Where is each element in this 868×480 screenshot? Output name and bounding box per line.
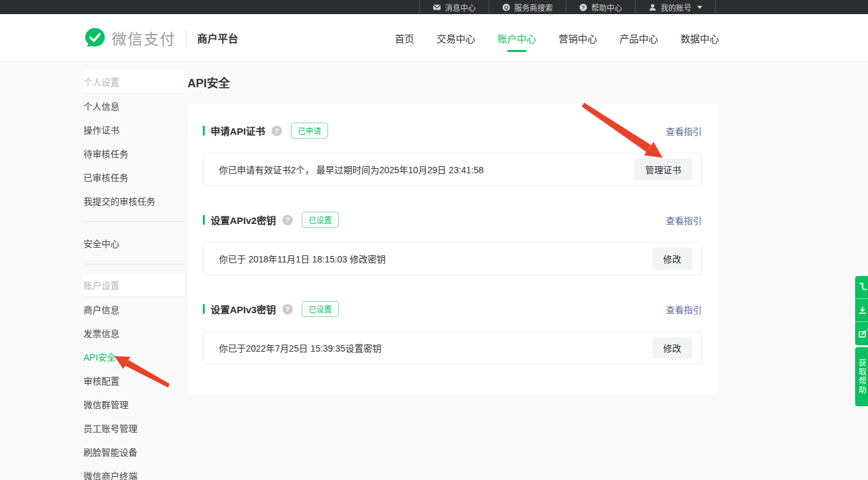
status-badge: 已设置 [302, 212, 339, 228]
nav-item-transaction-center[interactable]: 交易中心 [437, 14, 475, 62]
main-content: API安全 申请API证书 ? 已申请 查看指引 你已申请有效证书2个， 最早过… [187, 62, 717, 395]
question-icon[interactable]: ? [282, 215, 293, 225]
topbar-item-messages[interactable]: 消息中心 [419, 0, 489, 14]
topbar-menu: 消息中心 Q 服务商搜索 ? 帮助中心 我的账号 [419, 0, 716, 14]
status-badge: 已设置 [302, 301, 339, 317]
logo-wordmark: 微信支付 [112, 27, 176, 49]
sidebar-item-my-submitted-tasks[interactable]: 我提交的审核任务 [83, 189, 184, 212]
main-nav: 首页 交易中心 账户中心 营销中心 产品中心 数据中心 [395, 14, 719, 62]
nav-item-marketing-center[interactable]: 营销中心 [559, 14, 597, 62]
sidebar-item-wechat-group-management[interactable]: 微信群管理 [83, 392, 184, 416]
view-guide-link[interactable]: 查看指引 [666, 124, 702, 137]
chevron-down-icon [697, 6, 702, 9]
feedback-button[interactable] [855, 322, 868, 345]
feedback-icon [858, 329, 867, 339]
logo-divider [186, 30, 187, 46]
sidebar-item-merchant-info[interactable]: 商户信息 [83, 297, 184, 321]
sidebar-item-personal-info[interactable]: 个人信息 [83, 94, 184, 117]
nav-item-account-center[interactable]: 账户中心 [498, 14, 536, 62]
phone-icon [858, 282, 867, 292]
view-guide-link[interactable]: 查看指引 [666, 303, 702, 316]
topbar-item-provider-search[interactable]: Q 服务商搜索 [489, 0, 566, 14]
nav-item-home[interactable]: 首页 [395, 14, 414, 62]
get-help-button[interactable]: 获取帮助 [855, 347, 868, 406]
sidebar-item-api-security[interactable]: API安全 [83, 345, 184, 368]
sidebar-divider [83, 264, 184, 264]
logo[interactable]: 微信支付 商户平台 [83, 26, 238, 49]
user-icon [648, 3, 657, 12]
svg-text:?: ? [582, 4, 585, 10]
question-icon[interactable]: ? [272, 126, 282, 136]
sidebar: 个人设置 个人信息 操作证书 待审核任务 已审核任务 我提交的审核任务 安全中心… [83, 70, 184, 480]
topbar-item-my-account[interactable]: 我的账号 [636, 0, 716, 14]
download-icon [858, 305, 867, 315]
topbar: 消息中心 Q 服务商搜索 ? 帮助中心 我的账号 [0, 0, 868, 14]
sidebar-item-invoice-info[interactable]: 发票信息 [83, 321, 184, 345]
section-title: 设置APIv3密钥 [211, 302, 276, 316]
svg-text:Q: Q [504, 4, 508, 10]
sidebar-item-staff-account-management[interactable]: 员工账号管理 [83, 416, 184, 440]
section-accent-bar [203, 215, 205, 225]
sidebar-divider [83, 221, 184, 222]
section-apiv2-key: 设置APIv2密钥 ? 已设置 查看指引 你已于 2018年11月1日 18:1… [203, 212, 702, 275]
question-icon[interactable]: ? [282, 304, 293, 314]
sidebar-item-wechat-merchant-terminal[interactable]: 微信商户终端 [83, 463, 184, 480]
manage-certificate-button[interactable]: 管理证书 [634, 159, 692, 180]
apiv3-key-info-box: 你已于2022年7月25日 15:39:35设置密钥 修改 [203, 331, 702, 364]
section-apiv3-key: 设置APIv3密钥 ? 已设置 查看指引 你已于2022年7月25日 15:39… [203, 301, 702, 364]
mail-icon [433, 3, 441, 12]
topbar-item-label: 我的账号 [661, 2, 691, 13]
modify-apiv3-key-button[interactable]: 修改 [652, 337, 692, 359]
status-badge: 已申请 [291, 123, 328, 139]
page-title: API安全 [187, 74, 717, 90]
nav-item-product-center[interactable]: 产品中心 [620, 14, 658, 62]
sidebar-group-personal-settings: 个人设置 [83, 70, 184, 94]
section-apply-api-certificate: 申请API证书 ? 已申请 查看指引 你已申请有效证书2个， 最早过期时间为20… [203, 123, 702, 186]
sidebar-item-face-smart-device[interactable]: 刷脸智能设备 [83, 440, 184, 463]
modify-apiv2-key-button[interactable]: 修改 [652, 248, 692, 270]
apiv3-key-status-text: 你已于2022年7月25日 15:39:35设置密钥 [219, 341, 381, 354]
section-accent-bar [203, 126, 205, 135]
sidebar-group-account-settings: 账户设置 [83, 273, 184, 297]
topbar-item-help-center[interactable]: ? 帮助中心 [566, 0, 636, 14]
help-icon: ? [579, 3, 587, 12]
view-guide-link[interactable]: 查看指引 [666, 214, 702, 227]
hotline-button[interactable] [855, 276, 868, 299]
certificate-status-text: 你已申请有效证书2个， 最早过期时间为2025年10月29日 23:41:58 [219, 163, 483, 176]
section-title: 申请API证书 [211, 124, 265, 137]
section-title: 设置APIv2密钥 [211, 213, 276, 227]
certificate-info-box: 你已申请有效证书2个， 最早过期时间为2025年10月29日 23:41:58 … [203, 153, 702, 186]
sidebar-item-pending-review-tasks[interactable]: 待审核任务 [83, 141, 184, 165]
portal-label: 商户平台 [197, 30, 238, 46]
floating-help-widget: 获取帮助 [855, 276, 868, 406]
wechat-pay-logo-icon [83, 26, 107, 49]
sidebar-item-operation-certificate[interactable]: 操作证书 [83, 117, 184, 141]
apiv2-key-status-text: 你已于 2018年11月1日 18:15:03 修改密钥 [219, 252, 386, 265]
nav-item-data-center[interactable]: 数据中心 [681, 14, 719, 62]
topbar-item-label: 消息中心 [445, 2, 476, 13]
download-button[interactable] [855, 299, 868, 322]
sidebar-item-review-config[interactable]: 审核配置 [83, 368, 184, 392]
header: 微信支付 商户平台 首页 交易中心 账户中心 营销中心 产品中心 数据中心 [0, 14, 868, 62]
topbar-item-label: 帮助中心 [591, 2, 622, 13]
sidebar-item-reviewed-tasks[interactable]: 已审核任务 [83, 165, 184, 189]
apiv2-key-info-box: 你已于 2018年11月1日 18:15:03 修改密钥 修改 [203, 242, 702, 275]
sidebar-item-security-center[interactable]: 安全中心 [83, 231, 184, 255]
provider-search-icon: Q [502, 3, 510, 12]
api-security-card: 申请API证书 ? 已申请 查看指引 你已申请有效证书2个， 最早过期时间为20… [187, 103, 717, 395]
section-accent-bar [203, 304, 205, 314]
topbar-item-label: 服务商搜索 [514, 2, 553, 13]
